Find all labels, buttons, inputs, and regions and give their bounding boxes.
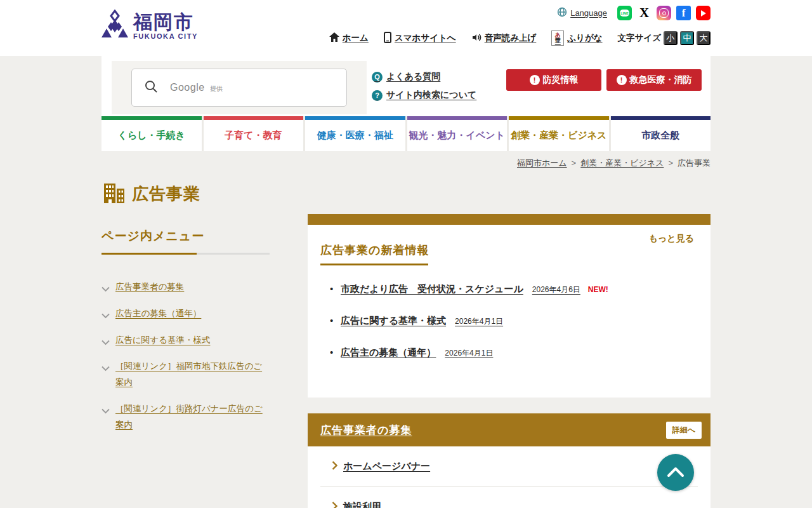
header-nav: ホーム スマホサイトへ xyxy=(329,30,710,46)
news-link[interactable]: 広告主の募集（通年）2026年4月1日 xyxy=(341,347,493,358)
tab-kosodate[interactable]: 子育て・教育 xyxy=(204,116,304,151)
scroll-to-top-button[interactable] xyxy=(657,454,694,491)
news-heading-rule xyxy=(320,264,428,265)
search-panel: Google 提供 xyxy=(112,61,367,114)
main-content: もっと見る 広告事業の新着情報 市政だより広告 受付状況・スケジュール2026年… xyxy=(308,214,710,508)
tab-kurashi[interactable]: くらし・手続き xyxy=(102,116,202,151)
search-input[interactable]: Google 提供 xyxy=(131,69,347,107)
sidebar-item-kokokunushi[interactable]: 広告主の募集（通年） xyxy=(115,309,201,318)
menu-item: 広告主の募集（通年） xyxy=(102,305,270,321)
menu-item: 広告に関する基準・様式 xyxy=(102,332,270,348)
news-section: もっと見る 広告事業の新着情報 市政だより広告 受付状況・スケジュール2026年… xyxy=(308,214,710,398)
speaker-icon xyxy=(471,32,481,44)
furigana-link[interactable]: あ 亜 ふりがな xyxy=(551,30,602,46)
text-size-medium-button[interactable]: 中 xyxy=(680,31,694,45)
breadcrumb-home[interactable]: 福岡市ホーム xyxy=(517,158,567,168)
search-placeholder: Google 提供 xyxy=(170,82,223,93)
breadcrumb-current: 広告事業 xyxy=(678,158,710,168)
help-icon: ? xyxy=(372,90,383,101)
menu-item: ［関連リンク］街路灯バナー広告のご案内 xyxy=(102,401,270,432)
news-list: 市政だより広告 受付状況・スケジュール2026年4月6日NEW! 広告に関する基… xyxy=(320,283,698,359)
x-twitter-icon[interactable]: X xyxy=(637,6,652,20)
sidebar-item-gairoto-link[interactable]: ［関連リンク］街路灯バナー広告のご案内 xyxy=(115,404,263,429)
faq-link[interactable]: Q よくある質問 xyxy=(372,71,502,83)
text-size-large-button[interactable]: 大 xyxy=(697,31,710,45)
recruit-row: 施設利用 xyxy=(308,487,710,508)
page-title: 広告事業 xyxy=(132,183,200,205)
chevron-down-icon xyxy=(102,281,110,297)
smartphone-icon xyxy=(384,32,391,45)
chevron-down-icon xyxy=(102,403,110,419)
alert-icon: ! xyxy=(530,75,540,85)
chevron-up-icon xyxy=(667,466,684,479)
furigana-icon: あ 亜 xyxy=(551,30,564,46)
help-links: Q よくある質問 ? サイト内検索について xyxy=(372,56,502,116)
facebook-icon[interactable]: f xyxy=(676,6,691,20)
mobile-site-link[interactable]: スマホサイトへ xyxy=(384,32,456,45)
sidebar: ページ内メニュー 広告事業者の募集 広告主の募集（通年） xyxy=(102,214,270,508)
home-link[interactable]: ホーム xyxy=(329,32,369,44)
site-header: 福岡市 FUKUOKA CITY Language LINE X xyxy=(0,0,812,56)
fukuoka-city-logo[interactable]: 福岡市 FUKUOKA CITY xyxy=(102,10,198,41)
youtube-icon[interactable] xyxy=(696,6,710,20)
emergency-medical-button[interactable]: ! 救急医療・消防 xyxy=(606,69,702,91)
question-q-icon: Q xyxy=(372,72,383,83)
buildings-icon xyxy=(102,182,126,206)
new-badge: NEW! xyxy=(588,285,608,294)
category-tabs: くらし・手続き 子育て・教育 健康・医療・福祉 観光・魅力・イベント 創業・産業… xyxy=(102,116,710,151)
text-size-controls: 文字サイズ 小 中 大 xyxy=(618,31,710,45)
tab-sogyo[interactable]: 創業・産業・ビジネス xyxy=(509,116,609,151)
language-link[interactable]: Language xyxy=(557,7,607,19)
recruit-section-header: 広告事業者の募集 詳細へ xyxy=(308,413,710,446)
sidebar-item-kijun[interactable]: 広告に関する基準・様式 xyxy=(115,335,210,345)
menu-item: 広告事業者の募集 xyxy=(102,279,270,295)
sidebar-heading: ページ内メニュー xyxy=(102,228,270,244)
chevron-right-icon xyxy=(332,461,337,472)
chevron-down-icon xyxy=(102,335,110,351)
recruit-link-shisetsu[interactable]: 施設利用 xyxy=(343,501,381,508)
recruit-heading-link[interactable]: 広告事業者の募集 xyxy=(320,423,412,438)
recruit-row: ホームページバナー xyxy=(308,446,710,486)
sidebar-item-jigyosha[interactable]: 広告事業者の募集 xyxy=(115,282,184,291)
tab-kanko[interactable]: 観光・魅力・イベント xyxy=(407,116,508,151)
instagram-icon[interactable] xyxy=(657,6,671,20)
line-icon[interactable]: LINE xyxy=(617,6,632,20)
disaster-info-button[interactable]: ! 防災情報 xyxy=(506,69,601,91)
logo-subtitle: FUKUOKA CITY xyxy=(133,32,198,40)
sidebar-rule xyxy=(102,253,270,255)
utility-bar: Language LINE X f xyxy=(557,6,710,20)
news-link[interactable]: 市政だより広告 受付状況・スケジュール2026年4月6日 xyxy=(341,283,580,294)
audio-readout-link[interactable]: 音声読み上げ xyxy=(471,32,537,44)
recruit-link-banner[interactable]: ホームページバナー xyxy=(343,460,430,472)
logo-title: 福岡市 xyxy=(133,11,198,32)
recruit-section-body: ホームページバナー 施設利用 xyxy=(308,446,710,508)
globe-icon xyxy=(557,7,567,19)
emergency-buttons: ! 防災情報 ! 救急医療・消防 xyxy=(506,56,702,116)
search-band: Google 提供 Q よくある質問 ? サイト内検索について ! 防災情報 ! xyxy=(102,56,710,116)
text-size-label: 文字サイズ xyxy=(618,32,661,44)
see-more-link[interactable]: もっと見る xyxy=(649,233,694,244)
menu-item: ［関連リンク］福岡市地下鉄広告のご案内 xyxy=(102,358,270,390)
fukuoka-crest-icon xyxy=(102,10,128,41)
alert-icon: ! xyxy=(617,75,627,85)
chevron-down-icon xyxy=(102,308,110,324)
page-title-row: 広告事業 xyxy=(102,182,710,206)
news-item: 広告に関する基準・様式2026年4月1日 xyxy=(341,315,698,327)
news-item: 市政だより広告 受付状況・スケジュール2026年4月6日NEW! xyxy=(341,283,698,295)
detail-button[interactable]: 詳細へ xyxy=(666,422,702,439)
breadcrumb: 福岡市ホーム>創業・産業・ビジネス>広告事業 xyxy=(102,157,710,169)
tab-kenko[interactable]: 健康・医療・福祉 xyxy=(305,116,405,151)
site-search-about-link[interactable]: ? サイト内検索について xyxy=(372,90,502,101)
home-icon xyxy=(329,32,339,44)
chevron-right-icon xyxy=(332,502,337,508)
search-icon xyxy=(145,80,157,95)
tab-shisei[interactable]: 市政全般 xyxy=(611,116,711,151)
news-item: 広告主の募集（通年）2026年4月1日 xyxy=(341,347,698,359)
fukuoka-city-page: 福岡市 FUKUOKA CITY Language LINE X xyxy=(0,0,812,508)
breadcrumb-category[interactable]: 創業・産業・ビジネス xyxy=(580,158,664,168)
page-menu: 広告事業者の募集 広告主の募集（通年） 広告に関する基準・様式 xyxy=(102,279,270,432)
text-size-small-button[interactable]: 小 xyxy=(664,31,678,45)
news-heading: 広告事業の新着情報 xyxy=(320,243,698,258)
sidebar-item-chikatetsu-link[interactable]: ［関連リンク］福岡市地下鉄広告のご案内 xyxy=(115,361,262,387)
news-link[interactable]: 広告に関する基準・様式2026年4月1日 xyxy=(341,315,503,326)
